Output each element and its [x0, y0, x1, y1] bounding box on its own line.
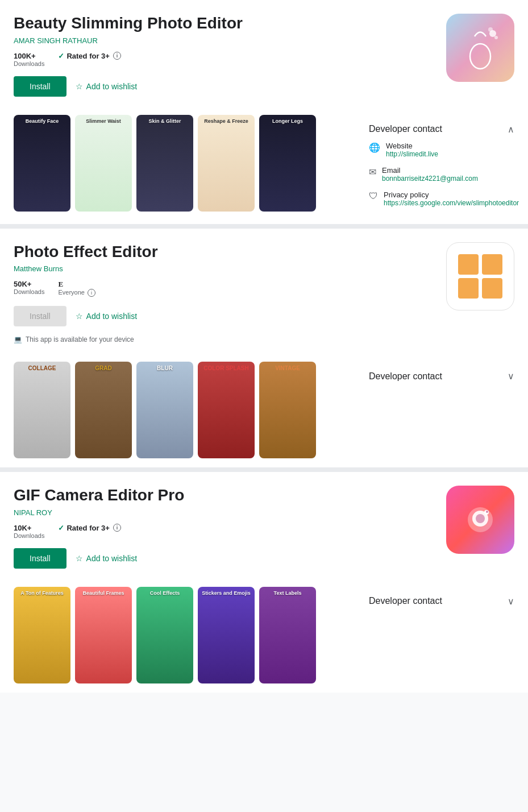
photo-icon-cell-3 [458, 278, 479, 299]
wishlist-button-gif[interactable]: ☆ Add to wishlist [76, 554, 137, 563]
contact-website-value-beauty[interactable]: http://slimedit.live [386, 150, 438, 158]
screenshot-photo-5: VINTAGE [259, 362, 316, 458]
screenshot-label-photo-4: COLOR SPLASH [198, 365, 255, 371]
install-button-gif[interactable]: Install [14, 548, 66, 569]
device-available-photo: 💻 This app is available for your device [14, 335, 446, 343]
contact-website-info-beauty: Website http://slimedit.live [386, 142, 438, 158]
rating-stat-beauty: ✓ Rated for 3+ i [58, 52, 121, 67]
screenshot-label-beauty-2: Slimmer Waist [75, 118, 132, 124]
privacy-icon-beauty: 🛡 [369, 191, 378, 201]
app-title-gif: GIF Camera Editor Pro [14, 486, 446, 505]
app-stats-beauty: 100K+ Downloads ✓ Rated for 3+ i [14, 52, 446, 67]
screenshots-row-photo: COLLAGE GRAD BLUR COLOR SPLASH VINTAGE [14, 362, 355, 467]
developer-contact-header-beauty[interactable]: Developer contact ∧ [369, 124, 514, 135]
developer-contact-title-beauty: Developer contact [369, 124, 442, 134]
app-stats-gif: 10K+ Downloads ✓ Rated for 3+ i [14, 524, 446, 539]
gif-icon-svg [460, 500, 500, 540]
photo-icon-grid [449, 245, 512, 308]
screenshot-beauty-1: Beautify Face [14, 115, 70, 212]
developer-contact-header-photo[interactable]: Developer contact ∨ [369, 371, 514, 382]
screenshots-beauty: Beautify Face Slimmer Waist Skin & Glitt… [14, 115, 355, 224]
developer-contact-gif: Developer contact ∨ [355, 587, 514, 693]
screenshot-photo-3: BLUR [136, 362, 193, 458]
downloads-stat-photo: 50K+ Downloads [14, 280, 44, 297]
rating-e-icon-photo: E [58, 280, 63, 289]
contact-privacy-beauty: 🛡 Privacy policy https://sites.google.co… [369, 190, 514, 207]
rating-info-icon-gif: i [113, 524, 121, 532]
contact-website-label-beauty: Website [386, 142, 438, 150]
rating-icon-gif: ✓ [58, 524, 64, 532]
install-button-photo[interactable]: Install [14, 306, 66, 326]
developer-contact-header-gif[interactable]: Developer contact ∨ [369, 596, 514, 607]
contact-email-beauty: ✉ Email bonnbarriseitz4221@gmail.com [369, 166, 514, 183]
app-beauty-slimming: Beauty Slimming Photo Editor AMAR SINGH … [0, 0, 528, 229]
downloads-value-beauty: 100K+ [14, 52, 44, 60]
screenshot-gif-3: Cool Effects [136, 587, 193, 683]
rating-value-photo: E [58, 280, 95, 289]
photo-icon-cell-4 [482, 278, 502, 299]
rating-stat-gif: ✓ Rated for 3+ i [58, 524, 121, 539]
wishlist-button-beauty[interactable]: ☆ Add to wishlist [76, 82, 137, 91]
rating-info-icon-beauty: i [113, 52, 121, 60]
device-icon-photo: 💻 [14, 335, 22, 343]
screenshot-photo-2: GRAD [75, 362, 132, 458]
app-info-beauty: Beauty Slimming Photo Editor AMAR SINGH … [14, 14, 446, 106]
contact-email-value-beauty[interactable]: bonnbarriseitz4221@gmail.com [382, 175, 478, 183]
app-info-photo: Photo Effect Editor Matthew Burns 50K+ D… [14, 242, 446, 353]
screenshot-label-photo-1: COLLAGE [14, 365, 70, 371]
wishlist-button-photo[interactable]: ☆ Add to wishlist [76, 312, 137, 321]
wishlist-icon-beauty: ☆ [76, 82, 83, 91]
wishlist-icon-photo: ☆ [76, 312, 83, 321]
content-beauty: Beautify Face Slimmer Waist Skin & Glitt… [14, 115, 514, 224]
screenshot-beauty-2: Slimmer Waist [75, 115, 132, 212]
svg-point-3 [488, 27, 493, 32]
downloads-value-photo: 50K+ [14, 280, 44, 288]
screenshot-label-gif-5: Text Labels [259, 590, 316, 596]
chevron-down-icon-gif: ∨ [508, 596, 514, 607]
screenshot-label-gif-3: Cool Effects [136, 590, 193, 596]
rating-stat-photo: E Everyone i [58, 280, 95, 297]
developer-contact-beauty: Developer contact ∧ 🌐 Website http://sli… [355, 115, 514, 224]
chevron-up-icon-beauty: ∧ [508, 124, 514, 135]
app-title-photo: Photo Effect Editor [14, 242, 446, 262]
screenshot-photo-1: COLLAGE [14, 362, 70, 458]
app-developer-beauty[interactable]: AMAR SINGH RATHAUR [14, 36, 446, 45]
install-button-beauty[interactable]: Install [14, 76, 66, 97]
app-title-beauty: Beauty Slimming Photo Editor [14, 14, 446, 33]
screenshot-photo-4: COLOR SPLASH [198, 362, 255, 458]
contact-privacy-info-beauty: Privacy policy https://sites.google.com/… [384, 190, 519, 207]
rating-label-photo: Everyone i [58, 289, 95, 297]
content-photo: COLLAGE GRAD BLUR COLOR SPLASH VINTAGE D… [14, 362, 514, 467]
rating-value-beauty: ✓ Rated for 3+ i [58, 52, 121, 60]
screenshot-label-beauty-4: Reshape & Freeze [198, 118, 255, 124]
developer-contact-title-gif: Developer contact [369, 596, 442, 606]
svg-point-8 [486, 511, 488, 513]
chevron-down-icon-photo: ∨ [508, 371, 514, 382]
app-developer-photo[interactable]: Matthew Burns [14, 264, 446, 273]
screenshots-row-gif: A Ton of Features Beautiful Frames Cool … [14, 587, 355, 693]
svg-point-0 [470, 44, 490, 69]
app-developer-gif[interactable]: NIPAL ROY [14, 508, 446, 517]
rating-info-icon-photo: i [88, 289, 95, 297]
downloads-stat-beauty: 100K+ Downloads [14, 52, 44, 67]
developer-contact-items-beauty: 🌐 Website http://slimedit.live ✉ Email b… [369, 142, 514, 207]
screenshot-label-photo-2: GRAD [75, 365, 132, 371]
screenshot-label-beauty-5: Longer Legs [259, 118, 316, 124]
photo-icon-cell-1 [458, 254, 479, 275]
app-actions-gif: Install ☆ Add to wishlist [14, 548, 446, 569]
email-icon-beauty: ✉ [369, 167, 376, 177]
app-stats-photo: 50K+ Downloads E Everyone i [14, 280, 446, 297]
website-icon-beauty: 🌐 [369, 142, 380, 153]
screenshots-gif: A Ton of Features Beautiful Frames Cool … [14, 587, 355, 693]
app-info-gif: GIF Camera Editor Pro NIPAL ROY 10K+ Dow… [14, 486, 446, 578]
screenshot-label-beauty-3: Skin & Glitter [136, 118, 193, 124]
app-icon-photo [446, 242, 514, 310]
content-gif: A Ton of Features Beautiful Frames Cool … [14, 587, 514, 693]
screenshots-photo: COLLAGE GRAD BLUR COLOR SPLASH VINTAGE [14, 362, 355, 467]
screenshot-gif-1: A Ton of Features [14, 587, 70, 683]
contact-website-beauty: 🌐 Website http://slimedit.live [369, 142, 514, 158]
rating-label-beauty [58, 60, 121, 67]
contact-privacy-value-beauty[interactable]: https://sites.google.com/view/slimphotoe… [384, 199, 519, 207]
screenshot-gif-4: Stickers and Emojis [198, 587, 255, 683]
app-actions-photo: Install ☆ Add to wishlist [14, 306, 446, 326]
